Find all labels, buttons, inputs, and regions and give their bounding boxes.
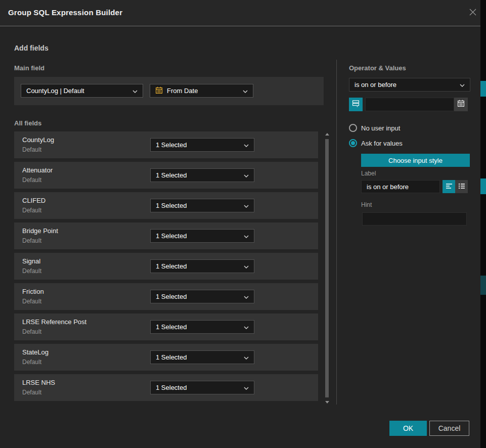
field-selected-value: 1 Selected <box>156 262 187 270</box>
radio-option[interactable]: Ask for values <box>349 139 475 154</box>
field-selected-dropdown[interactable]: 1 Selected <box>150 320 254 334</box>
choose-input-style-button[interactable]: Choose input style <box>361 154 470 167</box>
background-accent-segment <box>480 276 486 295</box>
field-selected-value: 1 Selected <box>156 353 187 361</box>
chevron-down-icon <box>244 262 249 270</box>
label-caption: Label <box>361 170 376 177</box>
radio-circle-icon <box>349 139 357 147</box>
field-selected-value: 1 Selected <box>156 171 187 179</box>
value-input[interactable] <box>365 98 454 111</box>
field-row: Friction Default 1 Selected <box>14 283 318 310</box>
chevron-down-icon <box>244 171 249 179</box>
group-sql-expression-builder-dialog: Group SQL Expression Builder Add fields … <box>0 0 480 448</box>
field-name: LRSE Reference Post <box>22 318 86 326</box>
field-subtitle: Default <box>22 267 41 275</box>
close-button[interactable] <box>467 7 479 19</box>
field-subtitle: Default <box>22 359 41 366</box>
field-selected-value: 1 Selected <box>156 293 187 300</box>
chevron-down-icon <box>244 353 249 361</box>
scroll-down-icon[interactable] <box>325 401 329 404</box>
field-selected-value: 1 Selected <box>156 323 187 331</box>
panel-divider <box>336 60 337 405</box>
dialog-header: Group SQL Expression Builder <box>0 0 480 26</box>
radio-label: Ask for values <box>361 139 403 147</box>
scrollbar-thumb[interactable] <box>325 139 329 397</box>
cancel-button[interactable]: Cancel <box>429 421 469 436</box>
operator-dropdown[interactable]: is on or before <box>349 78 470 92</box>
single-line-style-button[interactable] <box>443 180 455 193</box>
field-subtitle: Default <box>22 207 41 214</box>
field-row: Bridge Point Default 1 Selected <box>14 222 318 249</box>
ok-button[interactable]: OK <box>389 421 427 436</box>
main-field-dropdown-value: From Date <box>167 87 198 95</box>
all-fields-heading: All fields <box>14 119 41 127</box>
field-selected-dropdown[interactable]: 1 Selected <box>150 229 254 243</box>
field-selected-dropdown[interactable]: 1 Selected <box>150 381 254 394</box>
fields-list-scrollbar <box>325 133 329 404</box>
field-name: Bridge Point <box>22 227 58 235</box>
field-selected-dropdown[interactable]: 1 Selected <box>150 199 254 212</box>
all-fields-list: CountyLog Default 1 Selected Attenuator … <box>14 131 318 405</box>
chevron-down-icon <box>460 81 465 88</box>
field-subtitle: Default <box>22 176 41 184</box>
radio-circle-icon <box>349 124 357 132</box>
field-row: Signal Default 1 Selected <box>14 253 318 280</box>
chevron-down-icon <box>132 87 138 95</box>
scroll-up-icon[interactable] <box>325 133 329 136</box>
field-name: Friction <box>22 288 44 295</box>
field-subtitle: Default <box>22 298 41 305</box>
field-row: CountyLog Default 1 Selected <box>14 131 318 158</box>
field-name: Attenuator <box>22 166 53 174</box>
value-type-button[interactable] <box>349 98 363 111</box>
background-accent-segment <box>480 178 486 194</box>
main-layer-dropdown-value: CountyLog | Default <box>26 87 84 95</box>
field-selected-dropdown[interactable]: 1 Selected <box>150 350 254 364</box>
field-subtitle: Default <box>22 146 41 153</box>
chevron-down-icon <box>244 232 249 240</box>
field-row: StateLog Default 1 Selected <box>14 344 318 371</box>
field-selected-dropdown[interactable]: 1 Selected <box>150 168 254 182</box>
background-accent-segment <box>480 81 486 97</box>
hint-input[interactable] <box>362 212 467 226</box>
hint-caption: Hint <box>361 201 372 208</box>
radio-label: No user input <box>361 124 400 132</box>
field-name: CLIFED <box>22 197 46 204</box>
field-selected-dropdown[interactable]: 1 Selected <box>150 259 254 273</box>
main-layer-dropdown[interactable]: CountyLog | Default <box>21 84 143 98</box>
field-row: Attenuator Default 1 Selected <box>14 162 318 189</box>
chevron-down-icon <box>244 293 249 300</box>
field-subtitle: Default <box>22 389 41 396</box>
chevron-down-icon <box>244 323 249 331</box>
field-name: CountyLog <box>22 136 54 144</box>
field-row: CLIFED Default 1 Selected <box>14 192 318 219</box>
align-left-icon <box>446 183 453 191</box>
field-name: LRSE NHS <box>22 379 55 386</box>
field-selected-value: 1 Selected <box>156 232 187 240</box>
main-field-panel: CountyLog | Default From Date <box>14 77 324 105</box>
operator-dropdown-value: is on or before <box>355 81 396 88</box>
input-type-icon <box>352 100 360 109</box>
field-selected-value: 1 Selected <box>156 384 187 391</box>
field-selected-dropdown[interactable]: 1 Selected <box>150 290 254 303</box>
background-app-edge <box>480 0 486 448</box>
add-fields-heading: Add fields <box>14 44 49 52</box>
label-input[interactable] <box>361 180 440 193</box>
list-style-button[interactable] <box>455 180 468 193</box>
calendar-icon <box>155 86 163 96</box>
date-picker-button[interactable] <box>454 98 468 111</box>
field-row: LRSE NHS Default 1 Selected <box>14 374 318 401</box>
user-input-radios: No user input Ask for values <box>349 124 475 154</box>
field-selected-value: 1 Selected <box>156 202 187 209</box>
main-field-dropdown[interactable]: From Date <box>150 84 253 98</box>
field-selected-dropdown[interactable]: 1 Selected <box>150 138 254 152</box>
dialog-title: Group SQL Expression Builder <box>8 8 122 17</box>
field-selected-value: 1 Selected <box>156 141 187 149</box>
chevron-down-icon <box>244 141 249 149</box>
main-field-heading: Main field <box>14 64 45 72</box>
chevron-down-icon <box>244 202 249 209</box>
field-name: Signal <box>22 257 40 265</box>
radio-option[interactable]: No user input <box>349 124 475 139</box>
close-icon <box>468 8 477 19</box>
list-icon <box>458 183 465 191</box>
calendar-icon <box>457 100 465 109</box>
